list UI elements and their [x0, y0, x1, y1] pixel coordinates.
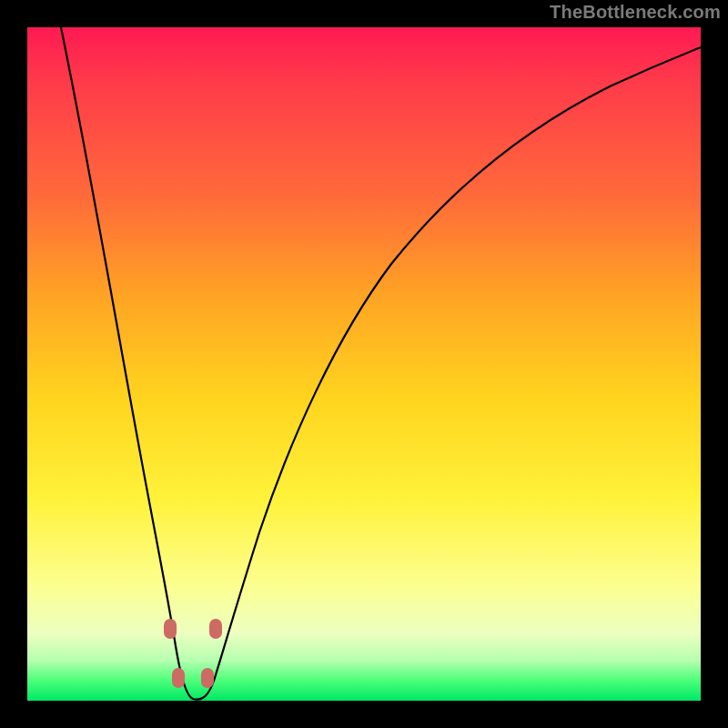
marker-dot [172, 668, 185, 688]
curve-markers [164, 619, 222, 688]
plot-area [27, 27, 701, 701]
bottleneck-curve [27, 27, 701, 701]
watermark-text: TheBottleneck.com [550, 2, 721, 23]
marker-dot [201, 668, 214, 688]
curve-path [61, 27, 701, 700]
marker-dot [209, 619, 222, 639]
marker-dot [164, 619, 177, 639]
chart-frame: TheBottleneck.com [0, 0, 728, 728]
